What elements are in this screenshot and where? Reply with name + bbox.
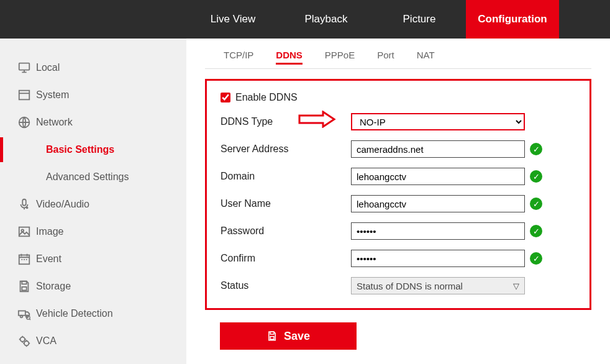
sidebar-item-label: System: [36, 89, 69, 101]
sidebar-item-image[interactable]: Image: [17, 218, 186, 245]
enable-ddns-row: Enable DDNS: [221, 92, 576, 103]
save-icon: [266, 330, 278, 342]
nav-picture[interactable]: Picture: [373, 0, 466, 39]
password-input[interactable]: [351, 222, 525, 240]
server-address-input[interactable]: [351, 140, 525, 158]
sidebar-item-local[interactable]: Local: [17, 54, 186, 81]
sidebar-item-label: Basic Settings: [46, 144, 114, 155]
svg-rect-3: [22, 199, 26, 206]
sidebar-item-label: Storage: [36, 281, 71, 292]
truck-icon: [17, 307, 36, 321]
sidebar-item-label: VCA: [36, 335, 57, 347]
nav-live-view[interactable]: Live View: [186, 0, 280, 39]
top-navbar: Live View Playback Picture Configuration: [0, 0, 610, 39]
tabs-bar: TCP/IP DDNS PPPoE Port NAT: [205, 50, 591, 69]
check-icon: ✓: [530, 252, 542, 265]
svg-point-14: [20, 337, 25, 342]
sidebar-item-label: Image: [36, 226, 63, 237]
svg-rect-16: [270, 332, 274, 334]
svg-rect-9: [22, 287, 26, 291]
sidebar-item-label: Local: [36, 62, 60, 73]
sidebar-item-label: Advanced Settings: [46, 171, 129, 183]
sidebar-item-vehicle-detection[interactable]: Vehicle Detection: [17, 300, 186, 327]
svg-rect-5: [19, 227, 30, 237]
ddns-form-panel: Enable DDNS DDNS Type NO-IP Server Addre…: [205, 79, 591, 310]
tab-ddns[interactable]: DDNS: [276, 50, 303, 65]
svg-rect-10: [19, 311, 25, 315]
enable-ddns-checkbox[interactable]: [221, 93, 230, 102]
tab-nat[interactable]: NAT: [417, 50, 435, 65]
sidebar-item-video-audio[interactable]: Video/Audio: [17, 191, 186, 218]
password-label: Password: [221, 225, 351, 237]
ddns-type-label: DDNS Type: [221, 116, 351, 127]
server-address-label: Server Address: [221, 143, 351, 155]
tab-port[interactable]: Port: [377, 50, 394, 65]
tab-tcpip[interactable]: TCP/IP: [224, 50, 253, 65]
chevron-down-icon: ▽: [513, 281, 519, 291]
mic-icon: [17, 198, 36, 211]
svg-point-4: [26, 207, 29, 209]
domain-label: Domain: [221, 171, 351, 182]
sidebar-item-storage[interactable]: Storage: [17, 273, 186, 300]
status-row: Status Status of DDNS is normal ▽: [221, 277, 576, 294]
confirm-row: Confirm ✓: [221, 250, 576, 267]
navbar-spacer: [0, 0, 186, 39]
svg-rect-1: [19, 91, 30, 100]
confirm-input[interactable]: [351, 250, 525, 267]
nav-playback[interactable]: Playback: [280, 0, 373, 39]
domain-input[interactable]: [351, 168, 525, 185]
username-input[interactable]: [351, 195, 525, 212]
content-area: TCP/IP DDNS PPPoE Port NAT Enable DDNS D…: [186, 39, 610, 364]
ddns-type-select[interactable]: NO-IP: [351, 113, 525, 130]
status-value: Status of DDNS is normal: [357, 281, 463, 291]
ddns-type-row: DDNS Type NO-IP: [221, 113, 576, 130]
sidebar-item-system[interactable]: System: [17, 81, 186, 109]
save-icon: [17, 280, 36, 293]
calendar-icon: [17, 252, 36, 266]
confirm-label: Confirm: [221, 253, 351, 264]
image-icon: [17, 225, 36, 239]
svg-rect-17: [270, 337, 274, 340]
sidebar-item-basic-settings[interactable]: Basic Settings: [17, 136, 186, 163]
password-row: Password ✓: [221, 222, 576, 240]
enable-ddns-label: Enable DDNS: [235, 92, 298, 103]
sidebar-item-advanced-settings[interactable]: Advanced Settings: [17, 163, 186, 191]
check-icon: ✓: [530, 225, 542, 237]
check-icon: ✓: [530, 198, 542, 210]
nav-configuration[interactable]: Configuration: [466, 0, 559, 39]
svg-point-11: [20, 316, 23, 318]
svg-point-15: [24, 341, 29, 345]
window-icon: [17, 88, 36, 102]
status-readonly-select: Status of DDNS is normal ▽: [351, 277, 525, 294]
sidebar-item-network[interactable]: Network: [17, 109, 186, 136]
sidebar-item-label: Network: [36, 117, 73, 128]
gears-icon: [17, 334, 36, 348]
check-icon: ✓: [530, 170, 542, 183]
domain-row: Domain ✓: [221, 168, 576, 185]
sidebar-item-label: Vehicle Detection: [36, 308, 113, 319]
username-row: User Name ✓: [221, 195, 576, 212]
globe-icon: [17, 116, 36, 129]
svg-rect-0: [19, 63, 30, 70]
sidebar-item-label: Event: [36, 253, 61, 265]
svg-rect-8: [22, 281, 26, 284]
save-button[interactable]: Save: [220, 322, 357, 350]
save-button-label: Save: [284, 330, 310, 343]
status-label: Status: [221, 280, 351, 291]
sidebar-item-event[interactable]: Event: [17, 245, 186, 273]
check-icon: ✓: [530, 143, 542, 155]
sidebar: Local System Network Basic Settings Adva…: [0, 39, 186, 364]
username-label: User Name: [221, 198, 351, 209]
sidebar-item-vca[interactable]: VCA: [17, 327, 186, 355]
server-address-row: Server Address ✓: [221, 140, 576, 158]
tab-pppoe[interactable]: PPPoE: [325, 50, 355, 65]
sidebar-item-label: Video/Audio: [36, 199, 89, 210]
monitor-icon: [17, 61, 36, 75]
